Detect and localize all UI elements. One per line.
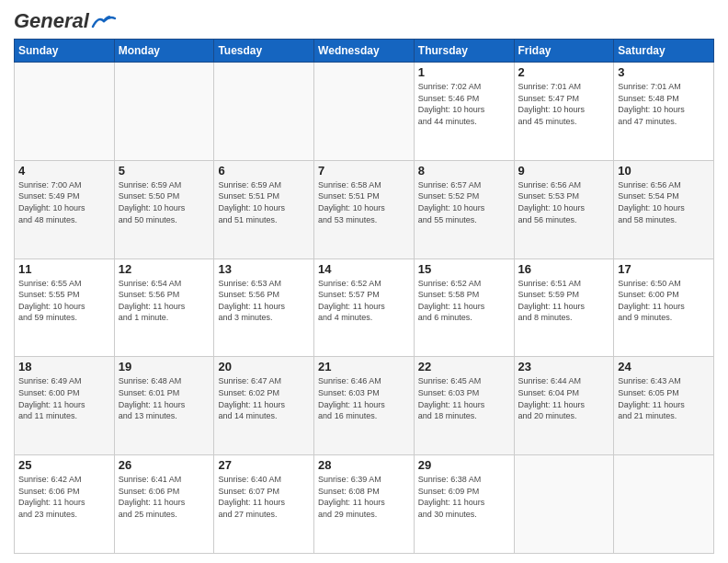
calendar-cell: 10Sunrise: 6:56 AM Sunset: 5:54 PM Dayli…: [614, 160, 714, 259]
day-info: Sunrise: 6:52 AM Sunset: 5:58 PM Dayligh…: [418, 278, 510, 324]
calendar-cell: [314, 63, 415, 161]
day-number: 3: [618, 65, 710, 79]
week-row-2: 4Sunrise: 7:00 AM Sunset: 5:49 PM Daylig…: [15, 160, 714, 259]
calendar-cell: 9Sunrise: 6:56 AM Sunset: 5:53 PM Daylig…: [514, 160, 614, 259]
weekday-header-row: SundayMondayTuesdayWednesdayThursdayFrid…: [15, 40, 714, 63]
day-number: 24: [618, 360, 710, 373]
calendar-cell: [614, 455, 714, 554]
day-info: Sunrise: 6:51 AM Sunset: 5:59 PM Dayligh…: [518, 278, 610, 324]
day-info: Sunrise: 6:55 AM Sunset: 5:55 PM Dayligh…: [18, 278, 110, 324]
day-info: Sunrise: 6:56 AM Sunset: 5:54 PM Dayligh…: [618, 179, 710, 225]
calendar-cell: 16Sunrise: 6:51 AM Sunset: 5:59 PM Dayli…: [514, 259, 614, 357]
calendar-cell: [114, 63, 214, 161]
calendar-cell: 27Sunrise: 6:40 AM Sunset: 6:07 PM Dayli…: [214, 455, 314, 554]
day-number: 14: [318, 262, 410, 276]
week-row-3: 11Sunrise: 6:55 AM Sunset: 5:55 PM Dayli…: [15, 259, 714, 357]
calendar-cell: 19Sunrise: 6:48 AM Sunset: 6:01 PM Dayli…: [114, 357, 214, 455]
calendar-cell: 25Sunrise: 6:42 AM Sunset: 6:06 PM Dayli…: [15, 455, 115, 554]
day-info: Sunrise: 7:01 AM Sunset: 5:47 PM Dayligh…: [518, 81, 610, 127]
day-number: 23: [518, 360, 610, 373]
day-info: Sunrise: 7:01 AM Sunset: 5:48 PM Dayligh…: [618, 81, 710, 127]
day-number: 21: [318, 360, 410, 373]
day-number: 10: [618, 164, 710, 178]
calendar-cell: 22Sunrise: 6:45 AM Sunset: 6:03 PM Dayli…: [414, 357, 514, 455]
calendar-cell: 23Sunrise: 6:44 AM Sunset: 6:04 PM Dayli…: [514, 357, 614, 455]
calendar-cell: 14Sunrise: 6:52 AM Sunset: 5:57 PM Dayli…: [314, 259, 415, 357]
calendar-cell: [514, 455, 614, 554]
day-number: 17: [618, 262, 710, 276]
day-number: 11: [18, 262, 110, 276]
day-number: 29: [418, 458, 510, 472]
day-number: 27: [218, 458, 310, 472]
calendar-cell: 8Sunrise: 6:57 AM Sunset: 5:52 PM Daylig…: [414, 160, 514, 259]
day-info: Sunrise: 6:42 AM Sunset: 6:06 PM Dayligh…: [18, 474, 110, 520]
day-info: Sunrise: 6:57 AM Sunset: 5:52 PM Dayligh…: [418, 179, 510, 225]
day-number: 8: [418, 164, 510, 178]
weekday-header-wednesday: Wednesday: [314, 40, 415, 63]
day-info: Sunrise: 7:02 AM Sunset: 5:46 PM Dayligh…: [418, 81, 510, 127]
day-number: 26: [119, 458, 210, 472]
calendar-cell: 4Sunrise: 7:00 AM Sunset: 5:49 PM Daylig…: [15, 160, 115, 259]
day-info: Sunrise: 6:39 AM Sunset: 6:08 PM Dayligh…: [318, 474, 410, 520]
weekday-header-saturday: Saturday: [614, 40, 714, 63]
calendar-cell: [214, 63, 314, 161]
week-row-1: 1Sunrise: 7:02 AM Sunset: 5:46 PM Daylig…: [15, 63, 714, 161]
calendar-cell: 24Sunrise: 6:43 AM Sunset: 6:05 PM Dayli…: [614, 357, 714, 455]
day-info: Sunrise: 6:47 AM Sunset: 6:02 PM Dayligh…: [218, 375, 310, 421]
day-info: Sunrise: 6:50 AM Sunset: 6:00 PM Dayligh…: [618, 278, 710, 324]
calendar-cell: [15, 63, 115, 161]
day-number: 13: [218, 262, 310, 276]
calendar-cell: 17Sunrise: 6:50 AM Sunset: 6:00 PM Dayli…: [614, 259, 714, 357]
calendar-cell: 11Sunrise: 6:55 AM Sunset: 5:55 PM Dayli…: [15, 259, 115, 357]
day-info: Sunrise: 6:41 AM Sunset: 6:06 PM Dayligh…: [119, 474, 210, 520]
day-number: 9: [518, 164, 610, 178]
calendar-cell: 26Sunrise: 6:41 AM Sunset: 6:06 PM Dayli…: [114, 455, 214, 554]
day-info: Sunrise: 6:59 AM Sunset: 5:50 PM Dayligh…: [119, 179, 210, 225]
calendar-cell: 1Sunrise: 7:02 AM Sunset: 5:46 PM Daylig…: [414, 63, 514, 161]
day-number: 16: [518, 262, 610, 276]
day-info: Sunrise: 6:54 AM Sunset: 5:56 PM Dayligh…: [119, 278, 210, 324]
logo-bird-icon: [91, 14, 117, 30]
day-number: 5: [119, 164, 210, 178]
day-number: 1: [418, 65, 510, 79]
day-number: 12: [119, 262, 210, 276]
day-number: 7: [318, 164, 410, 178]
day-number: 22: [418, 360, 510, 373]
day-info: Sunrise: 6:53 AM Sunset: 5:56 PM Dayligh…: [218, 278, 310, 324]
day-info: Sunrise: 6:48 AM Sunset: 6:01 PM Dayligh…: [119, 375, 210, 421]
day-info: Sunrise: 6:56 AM Sunset: 5:53 PM Dayligh…: [518, 179, 610, 225]
day-info: Sunrise: 6:44 AM Sunset: 6:04 PM Dayligh…: [518, 375, 610, 421]
weekday-header-friday: Friday: [514, 40, 614, 63]
day-number: 25: [18, 458, 110, 472]
week-row-4: 18Sunrise: 6:49 AM Sunset: 6:00 PM Dayli…: [15, 357, 714, 455]
calendar-cell: 15Sunrise: 6:52 AM Sunset: 5:58 PM Dayli…: [414, 259, 514, 357]
day-info: Sunrise: 6:40 AM Sunset: 6:07 PM Dayligh…: [218, 474, 310, 520]
calendar-table: SundayMondayTuesdayWednesdayThursdayFrid…: [14, 39, 714, 554]
calendar-cell: 3Sunrise: 7:01 AM Sunset: 5:48 PM Daylig…: [614, 63, 714, 161]
calendar-cell: 21Sunrise: 6:46 AM Sunset: 6:03 PM Dayli…: [314, 357, 415, 455]
weekday-header-tuesday: Tuesday: [214, 40, 314, 63]
weekday-header-thursday: Thursday: [414, 40, 514, 63]
calendar-cell: 7Sunrise: 6:58 AM Sunset: 5:51 PM Daylig…: [314, 160, 415, 259]
day-info: Sunrise: 6:49 AM Sunset: 6:00 PM Dayligh…: [18, 375, 110, 421]
day-info: Sunrise: 6:43 AM Sunset: 6:05 PM Dayligh…: [618, 375, 710, 421]
day-number: 15: [418, 262, 510, 276]
calendar-cell: 2Sunrise: 7:01 AM Sunset: 5:47 PM Daylig…: [514, 63, 614, 161]
page: General SundayMondayTuesdayWednesdayThur…: [0, 0, 728, 563]
calendar-cell: 12Sunrise: 6:54 AM Sunset: 5:56 PM Dayli…: [114, 259, 214, 357]
day-number: 2: [518, 65, 610, 79]
calendar-cell: 29Sunrise: 6:38 AM Sunset: 6:09 PM Dayli…: [414, 455, 514, 554]
calendar-cell: 13Sunrise: 6:53 AM Sunset: 5:56 PM Dayli…: [214, 259, 314, 357]
logo-general-text: General: [14, 9, 117, 33]
day-info: Sunrise: 7:00 AM Sunset: 5:49 PM Dayligh…: [18, 179, 110, 225]
weekday-header-monday: Monday: [114, 40, 214, 63]
day-number: 18: [18, 360, 110, 373]
weekday-header-sunday: Sunday: [15, 40, 115, 63]
calendar-cell: 18Sunrise: 6:49 AM Sunset: 6:00 PM Dayli…: [15, 357, 115, 455]
day-info: Sunrise: 6:38 AM Sunset: 6:09 PM Dayligh…: [418, 474, 510, 520]
logo: General: [14, 9, 117, 31]
day-info: Sunrise: 6:58 AM Sunset: 5:51 PM Dayligh…: [318, 179, 410, 225]
calendar-cell: 5Sunrise: 6:59 AM Sunset: 5:50 PM Daylig…: [114, 160, 214, 259]
day-number: 28: [318, 458, 410, 472]
day-info: Sunrise: 6:59 AM Sunset: 5:51 PM Dayligh…: [218, 179, 310, 225]
